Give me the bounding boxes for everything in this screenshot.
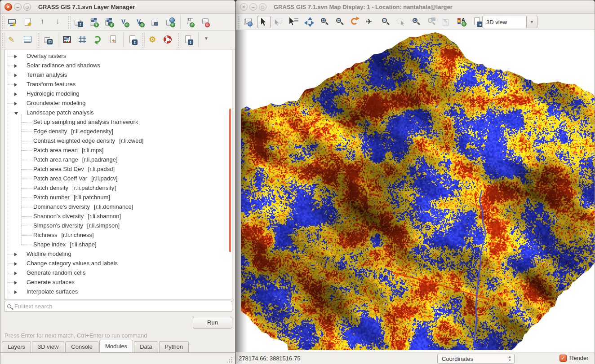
close-icon[interactable]: × (240, 3, 248, 11)
zoom-in-icon[interactable]: + (318, 16, 332, 28)
tree-item-patch-area-coeff-var[interactable]: Patch area Coeff Var[r.li.padcv] (4, 174, 232, 184)
tree-item-interpolate-surfaces[interactable]: Interpolate surfaces (4, 287, 232, 297)
expand-arrow-icon[interactable] (14, 290, 19, 294)
tab-modules[interactable]: Modules (99, 340, 133, 352)
python-editor-icon[interactable]: ↥ (126, 34, 140, 46)
maximize-icon[interactable]: ▢ (23, 3, 31, 11)
expand-arrow-icon[interactable] (14, 74, 19, 77)
tree-item-simpson-s-diversity[interactable]: Simpson's diversity[r.li.simpson] (4, 221, 232, 231)
module-tree-panel[interactable]: Overlay rastersSolar radiance and shadow… (4, 50, 232, 299)
toolbar-grip[interactable] (237, 15, 240, 28)
expand-arrow-icon[interactable] (14, 281, 19, 285)
zoom-out-icon[interactable]: − (333, 16, 347, 28)
tab-data[interactable]: Data (134, 341, 158, 352)
tree-item-richness[interactable]: Richness[r.li.richness] (4, 231, 232, 240)
georectifier-icon[interactable] (92, 34, 105, 46)
fly-icon[interactable]: ✈ (364, 16, 377, 28)
tree-item-wildfire-modeling[interactable]: Wildfire modeling (4, 250, 232, 259)
tree-item-change-category-values-and-labels[interactable]: Change category values and labels (4, 259, 232, 268)
expand-arrow-icon[interactable] (14, 55, 19, 58)
search-input[interactable] (14, 303, 229, 310)
resize-grip[interactable] (226, 356, 232, 363)
expand-arrow-icon[interactable] (14, 102, 19, 105)
tree-item-patch-area-mean[interactable]: Patch area mean[r.li.mps] (4, 146, 232, 155)
tree-item-generate-random-cells[interactable]: Generate random cells (4, 268, 232, 278)
zoom-extent-icon[interactable]: ⇔ (379, 16, 393, 28)
user-script-icon[interactable]: ↧ (182, 34, 195, 46)
add-group-icon[interactable] (149, 16, 162, 29)
tree-item-solar-radiance-and-shadows[interactable]: Solar radiance and shadows (4, 61, 232, 70)
collapse-arrow-icon[interactable] (14, 112, 18, 117)
tree-item-transform-features[interactable]: Transform features (4, 80, 232, 89)
statusbar-mode-select[interactable]: Coordinates ▲▼ (437, 354, 515, 364)
minimize-icon[interactable]: – (249, 3, 257, 11)
view-mode-select[interactable]: 3D view (482, 16, 527, 28)
expand-arrow-icon[interactable] (14, 83, 19, 87)
gcp-manager-icon[interactable]: ⊞ (42, 34, 55, 46)
tree-item-patch-number[interactable]: Patch number[r.li.patchnum] (4, 193, 232, 202)
expand-arrow-icon[interactable] (14, 253, 19, 256)
tree-item-landscape-patch-analysis[interactable]: Landscape patch analysis (4, 108, 232, 118)
tree-item-patch-density[interactable]: Patch density[r.li.patchdensity] (4, 184, 232, 193)
tree-scrollbar-thumb[interactable] (229, 109, 231, 252)
expand-arrow-icon[interactable] (14, 262, 19, 266)
add-various-vector-icon[interactable]: V+ (133, 16, 147, 29)
tree-item-generate-surfaces[interactable]: Generate surfaces (4, 278, 232, 287)
expand-arrow-icon[interactable] (14, 272, 19, 275)
remove-layer-icon[interactable]: − (199, 16, 212, 29)
tree-item-patch-area-range[interactable]: Patch area range[r.li.padrange] (4, 155, 232, 165)
save-workspace-icon[interactable]: ↓ (52, 16, 66, 29)
tab-3d-view[interactable]: 3D view (32, 341, 64, 352)
add-vector-icon[interactable]: V+ (118, 16, 132, 29)
new-display-icon[interactable]: ★ (6, 16, 20, 29)
close-icon[interactable]: × (4, 3, 12, 11)
new-script-icon[interactable]: ✦ (107, 34, 120, 46)
add-overlay-icon[interactable]: ⊃+ (183, 16, 197, 29)
create-workspace-icon[interactable]: ★ (22, 16, 35, 29)
tree-item-set-up-sampling-and-analysis-framework[interactable]: Set up sampling and analysis framework (4, 118, 232, 127)
tree-item-patch-area-std-dev[interactable]: Patch area Std Dev[r.li.padsd] (4, 165, 232, 174)
view-mode-dropdown-button[interactable]: ▼ (527, 16, 537, 28)
tab-python[interactable]: Python (159, 341, 189, 352)
pointer-icon[interactable] (257, 16, 271, 28)
expand-arrow-icon[interactable] (14, 92, 19, 96)
layer-manager-titlebar[interactable]: × – ▢ GRASS GIS 7.1.svn Layer Manager (0, 0, 235, 14)
maximize-icon[interactable]: ▢ (259, 3, 266, 11)
help-icon[interactable] (162, 34, 175, 46)
tab-layers[interactable]: Layers (2, 341, 31, 352)
map-canvas-area[interactable] (236, 30, 595, 352)
tree-item-overlay-rasters[interactable]: Overlay rasters (4, 52, 232, 61)
tree-item-hydrologic-modeling[interactable]: Hydrologic modeling (4, 89, 232, 99)
digitize-icon[interactable]: ✎ (6, 34, 20, 46)
minimize-icon[interactable]: – (14, 3, 22, 11)
spinner-arrows-icon[interactable]: ▲▼ (508, 355, 511, 362)
pan-icon[interactable] (303, 16, 316, 28)
tree-item-shape-index[interactable]: Shape index[r.li.shape] (4, 240, 232, 250)
raster-calculator-icon[interactable] (61, 34, 75, 46)
tree-item-dominance-s-diversity[interactable]: Dominance's diversity[r.li.dominance] (4, 202, 232, 212)
attribute-table-icon[interactable] (22, 34, 35, 46)
add-multiple-layers-icon[interactable]: ↥ (72, 16, 86, 29)
settings-icon[interactable]: ⚙ (147, 34, 160, 46)
tree-item-edge-density[interactable]: Edge density[r.li.edgedensity] (4, 127, 232, 136)
run-button[interactable]: Run (193, 317, 232, 329)
graphical-modeler-icon[interactable] (76, 34, 90, 46)
zoom-back-icon[interactable]: ◀ (410, 16, 423, 28)
add-various-raster-icon[interactable]: + (103, 16, 116, 29)
open-workspace-icon[interactable]: ↑ (37, 16, 50, 29)
render-map-icon[interactable] (242, 16, 255, 28)
tab-console[interactable]: Console (65, 341, 98, 352)
map-window-titlebar[interactable]: × – ▢ GRASS GIS 7.1.svn Map Display: 1 -… (236, 0, 595, 14)
toolbar-overflow-icon[interactable]: ▼ (201, 34, 209, 46)
tree-item-contrast-weighted-edge-density[interactable]: Contrast weighted edge density[r.li.cwed… (4, 136, 232, 146)
tree-item-groundwater-modeling[interactable]: Groundwater modeling (4, 99, 232, 108)
tree-item-shannon-s-diversity[interactable]: Shannon's diversity[r.li.shannon] (4, 212, 232, 221)
rotate-3d-icon[interactable] (349, 16, 362, 28)
legend-overlay-icon[interactable]: A+ (456, 16, 469, 28)
render-checkbox[interactable]: ✓ (559, 355, 567, 362)
add-raster-icon[interactable]: + (88, 16, 101, 29)
query-icon[interactable] (288, 16, 301, 28)
map-3d-terrain-view[interactable] (236, 30, 595, 352)
tree-item-reports-and-statistics[interactable]: Reports and statistics (4, 297, 232, 299)
tree-item-terrain-analysis[interactable]: Terrain analysis (4, 70, 232, 80)
